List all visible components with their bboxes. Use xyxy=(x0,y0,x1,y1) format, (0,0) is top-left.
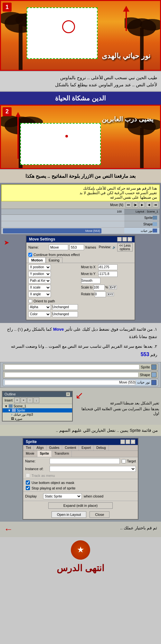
display-select[interactable]: Static Sprite xyxy=(43,493,82,499)
outline-sprite-label: Sprite xyxy=(17,409,25,412)
move-x-input[interactable] xyxy=(98,264,118,270)
step-1: ١. من قائمة الفريمات فوق نضغط دبل كليك ع… xyxy=(4,326,157,341)
alpha-input[interactable] xyxy=(52,304,78,310)
noor-row-input[interactable] xyxy=(5,380,136,385)
orient-checkbox[interactable] xyxy=(28,299,32,303)
logo-circle: ★ xyxy=(71,540,90,560)
close-btn[interactable]: Close xyxy=(90,511,109,518)
yellow-note-line3: من ضبطها على نفس السرعه xyxy=(4,195,157,200)
continue-row: Continue from previous effect xyxy=(26,252,135,257)
stop-playing-row: Stop playing at end of sprite xyxy=(23,485,138,491)
sprite-icon-outline xyxy=(12,409,16,412)
instance-row: Instance of: xyxy=(23,465,138,473)
outline-del-btn[interactable]: × xyxy=(21,397,26,403)
dialog-minimize-btn[interactable]: _ xyxy=(117,237,122,242)
audio-icon: ♪ xyxy=(11,413,13,416)
rewind-btn[interactable]: ⏮ xyxy=(153,202,158,208)
shape-row-input[interactable] xyxy=(5,372,138,377)
tab-tint[interactable]: Tint xyxy=(23,445,34,450)
dialog-close-btn[interactable]: × xyxy=(128,237,132,242)
sprite-max-btn[interactable]: □ xyxy=(126,440,130,444)
sprite-properties-wrapper: Sprite _ □ × Tint Align Guides Content E… xyxy=(0,436,161,522)
angle-select[interactable]: X angle xyxy=(28,291,51,297)
tab-export[interactable]: Export xyxy=(79,445,94,450)
fast-fwd-btn[interactable]: ⏭ xyxy=(126,202,131,208)
outline-up-btn[interactable]: ↑ xyxy=(27,397,33,403)
tab-motion[interactable]: Motion xyxy=(28,257,46,263)
outline-sprite[interactable]: ▼ Sprite xyxy=(3,408,72,412)
open-layout-btn[interactable]: Open in Layout xyxy=(52,511,87,518)
outline-down-btn[interactable]: ↓ xyxy=(33,397,39,403)
dialog-maximize-btn[interactable]: □ xyxy=(122,237,127,242)
outline-titlebar: Outline × xyxy=(3,392,72,397)
noor-icon-small xyxy=(153,229,157,232)
sprite-name-input[interactable] xyxy=(50,458,120,464)
step-fwd-btn[interactable]: ▶| xyxy=(132,202,138,208)
use-bottom-row: Use bottom object as mask xyxy=(23,480,138,485)
play-btn[interactable]: ▶ xyxy=(139,202,145,208)
tab-content[interactable]: Content xyxy=(62,445,79,450)
angle-item: X angle xyxy=(28,291,80,297)
sprite-close-btn[interactable]: × xyxy=(131,440,135,444)
move-y-input[interactable] xyxy=(98,271,118,277)
tab-movie[interactable]: Movie xyxy=(23,451,37,457)
outline-scene: ▼ Scene_1 xyxy=(3,404,72,408)
tab-align[interactable]: Align xyxy=(34,445,46,450)
continue-checkbox[interactable] xyxy=(28,253,32,257)
name-input[interactable] xyxy=(49,244,68,250)
scene-icon xyxy=(9,404,13,408)
color-select[interactable]: Color xyxy=(28,311,51,317)
step1-text-prefix: ١. من قائمة الفريمات فوق نضغط دبل كليك ع… xyxy=(65,327,157,332)
sprite-min-btn[interactable]: _ xyxy=(120,440,125,444)
logo-symbol: ★ xyxy=(77,546,84,554)
color-input[interactable] xyxy=(52,311,78,317)
use-bottom-checkbox[interactable] xyxy=(26,480,30,485)
alpha-select[interactable]: Alpha xyxy=(28,304,51,310)
expand-btn[interactable]: Expand (edit in place) xyxy=(48,502,113,509)
outline-add-btn[interactable]: + xyxy=(14,397,20,403)
tab-guides[interactable]: Guides xyxy=(47,445,62,450)
tab-transform[interactable]: Transform xyxy=(52,451,72,457)
scale-to-input[interactable] xyxy=(93,285,105,290)
bottom-buttons: Open in Layout Close xyxy=(23,510,138,519)
instance-label: Instance of: xyxy=(25,467,48,471)
outline-title: Outline xyxy=(5,392,16,396)
final-arrow-icon: ← xyxy=(4,524,13,535)
score-rows-panel: Sprite Shape نور حیات xyxy=(0,362,161,388)
director-wrapper: هذا الرقم هو سرعة حركة النص للأعلى بإمكا… xyxy=(0,183,161,323)
track-menu-checkbox[interactable] xyxy=(26,473,30,478)
rotate-input[interactable] xyxy=(95,291,106,297)
noor-row: نور حیات xyxy=(3,379,158,386)
x-pos-select[interactable]: X position xyxy=(28,264,51,270)
tab-sprite[interactable]: Sprite xyxy=(37,451,52,457)
less-options-btn[interactable]: << Less options xyxy=(117,243,133,251)
expand-icon-sprite[interactable]: ▼ xyxy=(8,409,11,412)
sprite-row-input[interactable] xyxy=(5,365,139,370)
frames-input[interactable] xyxy=(70,244,84,250)
outline-close[interactable]: × xyxy=(66,392,70,396)
sprite-tabs-row2: Movie Sprite Transform xyxy=(23,451,138,457)
noor-label: نور حیات xyxy=(141,229,153,232)
y-pos-select[interactable]: Y position xyxy=(28,271,51,277)
palm-right-svg xyxy=(125,5,160,70)
sprite-row: Sprite xyxy=(3,364,158,371)
outline-bitmap: 🖼 صورة xyxy=(9,417,72,421)
instance-select[interactable] xyxy=(50,466,136,472)
outline-audio: ♪ نور حياتك.mp3 xyxy=(9,412,72,417)
move-block[interactable]: Move (553) xyxy=(3,228,101,233)
smooth-input[interactable] xyxy=(81,278,100,284)
from-sprite-instruction: من قائمة Sprite يمين .. نفعل الخيارين ال… xyxy=(0,425,161,436)
x-scale-select[interactable]: X scale xyxy=(28,285,51,290)
tab-debug[interactable]: Debug xyxy=(94,445,109,450)
target-checkbox[interactable] xyxy=(122,459,126,463)
tab-easing[interactable]: Easing xyxy=(46,257,62,263)
layout-label: Layout : Scene_1 xyxy=(124,209,159,215)
score-row-sprite-label: Sprite xyxy=(124,215,159,221)
step-back-btn[interactable]: ◀ xyxy=(146,202,152,208)
move-y-label: Move to Y xyxy=(81,272,97,276)
expand-icon-scene[interactable]: ▼ xyxy=(5,404,8,408)
stop-playing-checkbox[interactable] xyxy=(26,486,30,490)
divider-2 xyxy=(23,491,138,492)
path-select[interactable]: Path at Key xyxy=(28,278,51,284)
timeline-area: 100 Move (553) xyxy=(1,209,124,234)
